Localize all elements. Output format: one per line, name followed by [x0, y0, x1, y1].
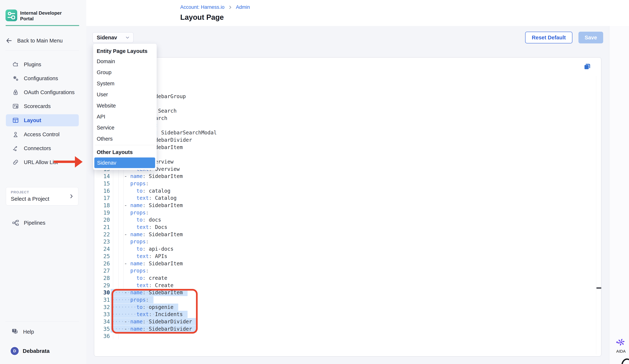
sidebar-item-connectors[interactable]: Connectors	[6, 142, 79, 154]
line-number: 35	[94, 326, 110, 332]
line-number: 22	[94, 231, 110, 238]
breadcrumb: Account: Harness.io Admin	[180, 4, 250, 10]
code-line[interactable]: 14 - name: SidebarItem	[94, 173, 592, 180]
person-icon	[12, 131, 19, 138]
lock-icon	[12, 89, 19, 96]
sidebar-item-scorecards[interactable]: Scorecards	[6, 100, 79, 112]
chevron-down-icon	[125, 35, 130, 40]
breadcrumb-admin-link[interactable]: Admin	[236, 4, 250, 10]
code-line[interactable]: 17 text: Catalog	[94, 194, 592, 202]
code-line[interactable]: 12 to: overview	[94, 158, 592, 165]
menu-item-domain[interactable]: Domain	[97, 58, 115, 64]
code-line[interactable]: 1page:	[94, 78, 592, 86]
code-line[interactable]: 28 to: create	[94, 274, 592, 282]
code-line-text: props:	[112, 181, 149, 187]
code-line[interactable]: 21 text: Docs	[94, 224, 592, 231]
sidebar-item-oauth-configurations[interactable]: OAuth Configurations	[6, 86, 79, 98]
sidebar-item-configurations[interactable]: Configurations	[6, 72, 79, 84]
sidebar-item-layout[interactable]: Layout	[6, 114, 79, 126]
code-line[interactable]: 10 - name: SidebarItem	[94, 143, 592, 151]
layout-icon	[12, 117, 19, 124]
code-line[interactable]: 8 - name: SidebarSearchModal	[94, 129, 592, 136]
menu-item-group[interactable]: Group	[97, 69, 112, 75]
sidebar-item-pipelines[interactable]: Pipelines	[6, 217, 79, 229]
code-line[interactable]: 19 props:	[94, 209, 592, 216]
menu-item-sidenav[interactable]: Sidenav	[94, 157, 155, 168]
aida-assistant-button[interactable]: AIDA	[614, 337, 628, 354]
menu-item-service[interactable]: Service	[97, 125, 115, 131]
chevron-right-icon	[69, 194, 74, 200]
code-line-text: to: docs	[112, 217, 161, 223]
code-line[interactable]: 2 items:	[94, 86, 592, 93]
code-line[interactable]: 9 - name: SidebarDivider	[94, 136, 592, 144]
code-line[interactable]: 29 text: Create	[94, 282, 592, 289]
code-line[interactable]: 15 props:	[94, 180, 592, 187]
code-line[interactable]: 27 props:	[94, 267, 592, 274]
menu-item-user[interactable]: User	[97, 92, 108, 98]
scrollbar-thumb[interactable]	[596, 287, 601, 289]
pipelines-label: Pipelines	[24, 220, 45, 226]
connectors-icon	[12, 145, 19, 152]
line-number: 21	[94, 224, 110, 230]
code-line[interactable]: 20 to: docs	[94, 216, 592, 224]
code-line[interactable]: 24 to: api-docs	[94, 245, 592, 253]
layout-select-value: Sidenav	[97, 35, 125, 41]
back-to-main-menu[interactable]: Back to Main Menu	[5, 36, 79, 45]
line-number: 20	[94, 217, 110, 223]
line-number: 30	[94, 289, 110, 296]
menu-item-system[interactable]: System	[97, 81, 115, 87]
app-title: Internal Developer Portal	[20, 10, 66, 22]
sidebar-item-access-control[interactable]: Access Control	[6, 128, 79, 140]
code-line[interactable]: 23 props:	[94, 238, 592, 245]
line-number: 24	[94, 246, 110, 252]
code-line-text: text: APIs	[112, 253, 167, 259]
code-line[interactable]: 25 text: APIs	[94, 253, 592, 260]
sidebar-item-help[interactable]: ? Help	[6, 326, 79, 337]
code-line[interactable]: 6 to: search	[94, 115, 592, 122]
line-number: 26	[94, 260, 110, 267]
line-number: 23	[94, 239, 110, 245]
line-number: 28	[94, 275, 110, 281]
code-line-text: props:	[112, 210, 149, 216]
code-line[interactable]: 7 children:	[94, 122, 592, 129]
app-switcher-grid-icon[interactable]	[68, 11, 77, 20]
code-line[interactable]: 3 - name: SidebarGroup	[94, 93, 592, 100]
code-line-text: text: Catalog	[112, 195, 176, 201]
code-line[interactable]: 36	[94, 333, 592, 340]
code-line[interactable]: 13 text: Overview	[94, 165, 592, 173]
project-selector[interactable]: PROJECT Select a Project	[6, 187, 78, 205]
code-line[interactable]: 4 props:	[94, 100, 592, 107]
idp-logo-icon	[5, 9, 17, 21]
code-line-text: to: catalog	[112, 188, 170, 194]
code-line[interactable]: 22 - name: SidebarItem	[94, 231, 592, 238]
pipeline-icon	[12, 219, 19, 227]
cursor-artifact	[621, 357, 629, 364]
breadcrumb-account-link[interactable]: Account: Harness.io	[180, 4, 225, 10]
user-menu[interactable]: D Debabrata	[6, 345, 79, 357]
line-number: 29	[94, 282, 110, 289]
annotation-arrow-head-icon	[75, 156, 83, 168]
line-number: 32	[94, 304, 110, 310]
code-line[interactable]: 11 props:	[94, 151, 592, 158]
code-line[interactable]: 26 - name: SidebarItem	[94, 260, 592, 267]
scrollbar-track	[596, 76, 596, 354]
menu-item-api[interactable]: API	[97, 114, 105, 120]
layout-type-select[interactable]: Sidenav	[93, 32, 134, 43]
avatar: D	[11, 347, 19, 355]
back-label: Back to Main Menu	[17, 38, 63, 44]
gears-icon	[12, 75, 19, 82]
puzzle-icon	[12, 61, 19, 68]
line-number: 36	[94, 333, 110, 339]
code-line[interactable]: 18 - name: SidebarItem	[94, 202, 592, 209]
menu-divider	[95, 145, 155, 145]
menu-item-others[interactable]: Others	[97, 136, 113, 142]
code-line[interactable]: 5 label: Search	[94, 107, 592, 115]
sidebar-item-plugins[interactable]: Plugins	[6, 58, 79, 71]
code-line[interactable]: 16 to: catalog	[94, 187, 592, 194]
app-root: Internal Developer Portal Back to Main M…	[0, 0, 629, 364]
reset-default-button[interactable]: Reset Default	[525, 32, 572, 43]
save-button[interactable]: Save	[578, 32, 603, 43]
menu-item-website[interactable]: Website	[97, 103, 116, 109]
code-line-text: to: create	[112, 275, 167, 281]
copy-icon[interactable]	[583, 62, 592, 71]
